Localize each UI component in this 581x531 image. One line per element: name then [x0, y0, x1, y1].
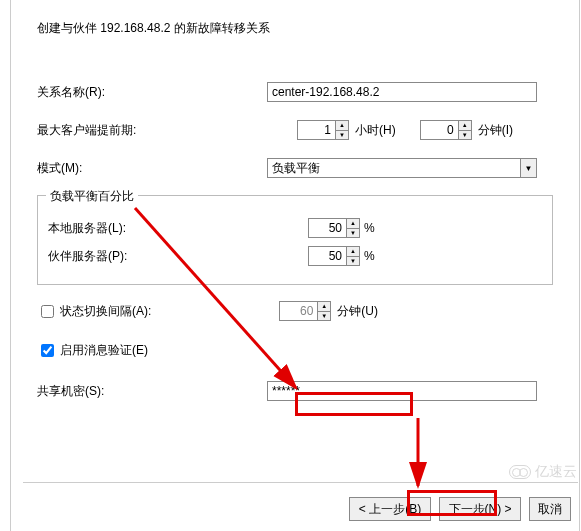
spinner-down-icon[interactable]: ▼	[347, 257, 359, 266]
label-msg-auth: 启用消息验证(E)	[60, 342, 148, 359]
row-max-lead: 最大客户端提前期: ▲ ▼ 小时(H) ▲ ▼ 分钟(I)	[37, 119, 553, 141]
label-hours: 小时(H)	[355, 122, 396, 139]
label-minutes: 分钟(I)	[478, 122, 513, 139]
spinner-up-icon[interactable]: ▲	[347, 219, 359, 229]
spinner-down-icon[interactable]: ▼	[347, 229, 359, 238]
spinner-down-icon[interactable]: ▼	[336, 131, 348, 140]
dialog-title: 创建与伙伴 192.168.48.2 的新故障转移关系	[37, 20, 553, 37]
mode-select[interactable]: 负载平衡 ▼	[267, 158, 537, 178]
partner-pct-spinner[interactable]: ▲ ▼	[308, 246, 360, 266]
row-relation-name: 关系名称(R):	[37, 81, 553, 103]
row-local-server: 本地服务器(L): ▲ ▼ %	[48, 218, 542, 238]
partner-pct-input[interactable]	[308, 246, 346, 266]
state-interval-spinner: ▲ ▼	[279, 301, 331, 321]
shared-secret-input[interactable]	[267, 381, 537, 401]
row-msg-auth: 启用消息验证(E)	[37, 341, 553, 360]
row-partner-server: 伙伴服务器(P): ▲ ▼ %	[48, 246, 542, 266]
spinner-up-icon[interactable]: ▲	[459, 121, 471, 131]
label-partner-server: 伙伴服务器(P):	[48, 248, 308, 265]
content-area: 创建与伙伴 192.168.48.2 的新故障转移关系 关系名称(R): 最大客…	[11, 0, 579, 402]
row-state-switch: 状态切换间隔(A): ▲ ▼ 分钟(U)	[37, 301, 553, 321]
label-local-server: 本地服务器(L):	[48, 220, 308, 237]
lead-minutes-input[interactable]	[420, 120, 458, 140]
cancel-button[interactable]: 取消	[529, 497, 571, 521]
state-switch-checkbox[interactable]	[41, 305, 54, 318]
dropdown-arrow-icon[interactable]: ▼	[520, 159, 536, 177]
msg-auth-checkbox[interactable]	[41, 344, 54, 357]
local-pct-spinner[interactable]: ▲ ▼	[308, 218, 360, 238]
dialog-panel: 创建与伙伴 192.168.48.2 的新故障转移关系 关系名称(R): 最大客…	[10, 0, 580, 531]
spinner-down-icon[interactable]: ▼	[459, 131, 471, 140]
percent-label: %	[364, 221, 375, 235]
local-pct-input[interactable]	[308, 218, 346, 238]
row-shared-secret: 共享机密(S):	[37, 380, 553, 402]
next-button[interactable]: 下一步(N) >	[439, 497, 521, 521]
spinner-up-icon: ▲	[318, 302, 330, 312]
lead-hours-spinner[interactable]: ▲ ▼	[297, 120, 349, 140]
spinner-down-icon: ▼	[318, 312, 330, 321]
spinner-up-icon[interactable]: ▲	[347, 247, 359, 257]
relation-name-input[interactable]	[267, 82, 537, 102]
state-interval-input	[279, 301, 317, 321]
spinner-up-icon[interactable]: ▲	[336, 121, 348, 131]
loadbalance-group-title: 负载平衡百分比	[46, 188, 138, 205]
label-state-minutes: 分钟(U)	[337, 303, 378, 320]
percent-label: %	[364, 249, 375, 263]
loadbalance-group: 负载平衡百分比 本地服务器(L): ▲ ▼ % 伙伴服务器(P): ▲	[37, 195, 553, 285]
lead-hours-input[interactable]	[297, 120, 335, 140]
mode-selected-value: 负载平衡	[272, 160, 320, 177]
button-divider	[23, 482, 578, 483]
lead-minutes-spinner[interactable]: ▲ ▼	[420, 120, 472, 140]
label-shared-secret: 共享机密(S):	[37, 383, 267, 400]
back-button[interactable]: < 上一步(B)	[349, 497, 431, 521]
label-state-switch: 状态切换间隔(A):	[60, 303, 151, 320]
label-max-lead: 最大客户端提前期:	[37, 122, 267, 139]
row-mode: 模式(M): 负载平衡 ▼	[37, 157, 553, 179]
wizard-button-row: < 上一步(B) 下一步(N) > 取消	[349, 497, 571, 521]
label-mode: 模式(M):	[37, 160, 267, 177]
label-relation-name: 关系名称(R):	[37, 84, 267, 101]
